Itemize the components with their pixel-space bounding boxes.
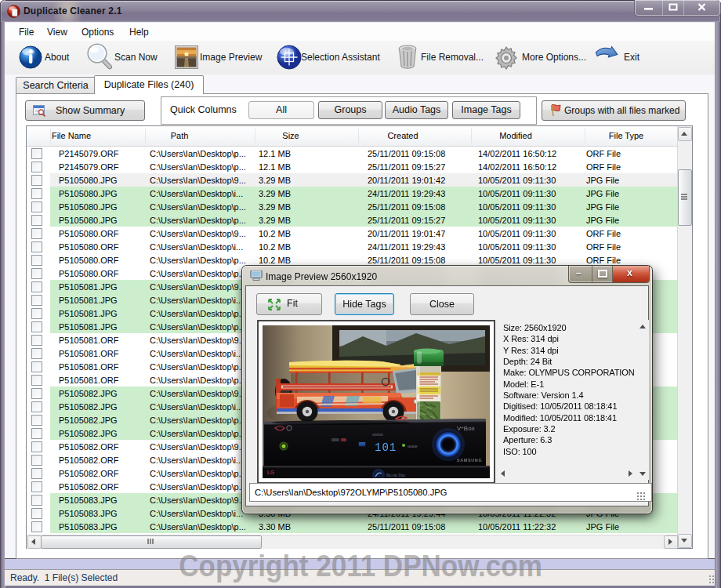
svg-text:Blu-ray Disc: Blu-ray Disc [386, 474, 406, 477]
svg-text:LG: LG [267, 470, 274, 475]
svg-text:V+Box: V+Box [457, 425, 475, 432]
svg-text:101: 101 [375, 441, 397, 454]
svg-text:SAMSUNG: SAMSUNG [457, 458, 482, 463]
svg-text:GUIDE: GUIDE [408, 445, 418, 448]
